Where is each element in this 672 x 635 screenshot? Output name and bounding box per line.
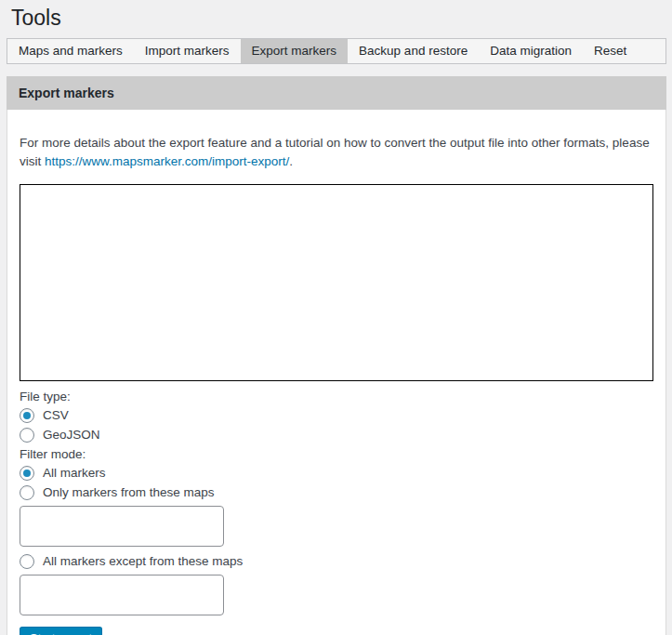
radio-label: GeoJSON — [43, 426, 100, 444]
radio-label: CSV — [43, 406, 69, 425]
radio-icon[interactable] — [20, 554, 34, 569]
tab-reset[interactable]: Reset — [583, 39, 638, 63]
import-export-link[interactable]: https://www.mapsmarker.com/import-export… — [45, 154, 289, 168]
radio-filter-except-these-maps[interactable]: All markers except from these maps — [20, 552, 653, 572]
exclude-maps-textarea[interactable] — [20, 575, 224, 615]
tab-data-migration[interactable]: Data migration — [479, 39, 583, 63]
radio-icon[interactable] — [20, 428, 34, 443]
tab-maps-and-markers[interactable]: Maps and markers — [7, 39, 134, 63]
page-wrap: Tools Maps and markers Import markers Ex… — [0, 0, 672, 635]
filter-mode-label: Filter mode: — [20, 445, 653, 464]
radio-filter-only-these-maps[interactable]: Only markers from these maps — [20, 483, 653, 503]
tab-import-markers[interactable]: Import markers — [134, 39, 241, 63]
radio-icon[interactable] — [20, 485, 34, 500]
radio-icon[interactable] — [20, 466, 34, 481]
radio-label: Only markers from these maps — [43, 483, 215, 502]
tab-export-markers[interactable]: Export markers — [241, 39, 349, 63]
panel-title: Export markers — [7, 76, 666, 110]
file-type-label: File type: — [20, 388, 653, 406]
include-maps-textarea[interactable] — [20, 506, 224, 547]
export-markers-panel: Export markers For more details about th… — [7, 76, 666, 635]
panel-body: For more details about the export featur… — [7, 110, 666, 635]
page-title: Tools — [7, 0, 666, 38]
radio-file-type-csv[interactable]: CSV — [20, 406, 653, 426]
intro-text-after: . — [289, 154, 293, 168]
tab-backup-and-restore[interactable]: Backup and restore — [348, 39, 479, 63]
radio-label: All markers except from these maps — [43, 552, 243, 571]
radio-filter-all-markers[interactable]: All markers — [20, 464, 653, 483]
intro-paragraph: For more details about the export featur… — [20, 134, 652, 171]
export-output-textarea[interactable] — [20, 184, 653, 381]
radio-file-type-geojson[interactable]: GeoJSON — [20, 426, 653, 445]
radio-icon[interactable] — [20, 408, 34, 423]
radio-label: All markers — [43, 464, 106, 483]
tools-tabbar: Maps and markers Import markers Export m… — [7, 38, 666, 64]
start-export-button[interactable]: Start export — [20, 627, 102, 635]
